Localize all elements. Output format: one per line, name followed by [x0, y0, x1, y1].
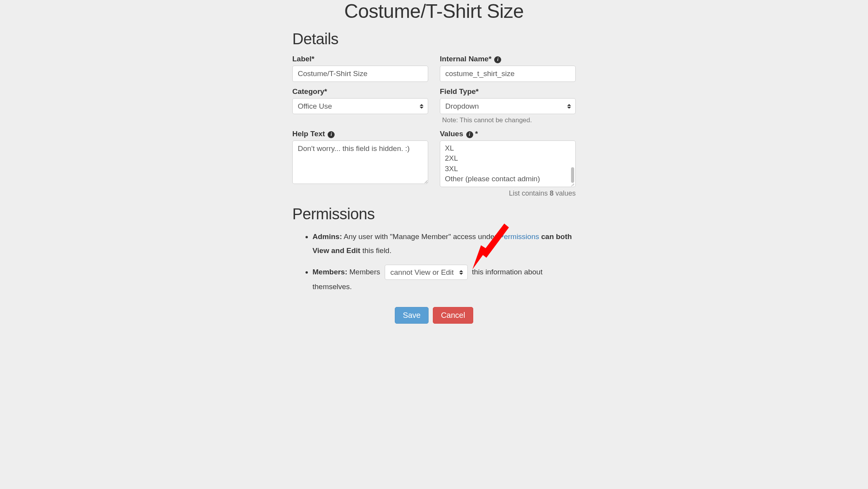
info-icon[interactable]: i [328, 131, 335, 138]
help-text-label-text: Help Text [292, 130, 325, 138]
internal-name-input[interactable] [440, 66, 576, 82]
values-line: XL [445, 143, 565, 154]
values-line: Other (please contact admin) [445, 174, 565, 184]
scrollbar-thumb[interactable] [571, 167, 574, 183]
info-icon[interactable]: i [466, 131, 473, 138]
values-label-text: Values [440, 130, 463, 138]
resize-handle-icon[interactable] [571, 182, 575, 186]
permissions-list: Admins: Any user with "Manage Member" ac… [292, 230, 576, 294]
label-input[interactable] [292, 66, 428, 82]
scrollbar[interactable] [571, 142, 574, 185]
members-permission-select[interactable]: cannot View or Edit [385, 265, 468, 280]
help-text-label: Help Text i [292, 130, 428, 138]
cancel-button[interactable]: Cancel [433, 307, 473, 324]
internal-name-label-text: Internal Name* [440, 55, 491, 63]
label-field-label: Label* [292, 55, 428, 63]
admins-label: Admins: [312, 232, 342, 241]
internal-name-label: Internal Name* i [440, 55, 576, 63]
values-label: Values i * [440, 130, 576, 138]
values-asterisk: * [475, 130, 478, 138]
permissions-admins-item: Admins: Any user with "Manage Member" ac… [312, 230, 576, 258]
save-button[interactable]: Save [395, 307, 429, 324]
values-line: 3XL [445, 164, 565, 174]
members-label: Members: [312, 268, 347, 276]
page-title: Costume/T-Shirt Size [153, 0, 715, 23]
permissions-heading: Permissions [292, 205, 576, 223]
values-line: 2XL [445, 153, 565, 164]
field-type-select[interactable]: Dropdown [440, 98, 576, 114]
field-type-note: Note: This cannot be changed. [442, 116, 576, 124]
values-textarea[interactable]: XL 2XL 3XL Other (please contact admin) [440, 140, 576, 187]
permissions-members-item: Members: Members cannot View or Edit thi… [312, 265, 576, 294]
help-text-textarea[interactable] [292, 140, 428, 184]
values-count: List contains 8 values [440, 189, 576, 198]
info-icon[interactable]: i [494, 56, 501, 63]
category-label: Category* [292, 87, 428, 96]
permissions-link[interactable]: Permissions [499, 232, 539, 241]
category-select[interactable]: Office Use [292, 98, 428, 114]
field-type-label: Field Type* [440, 87, 576, 96]
details-heading: Details [292, 30, 576, 48]
